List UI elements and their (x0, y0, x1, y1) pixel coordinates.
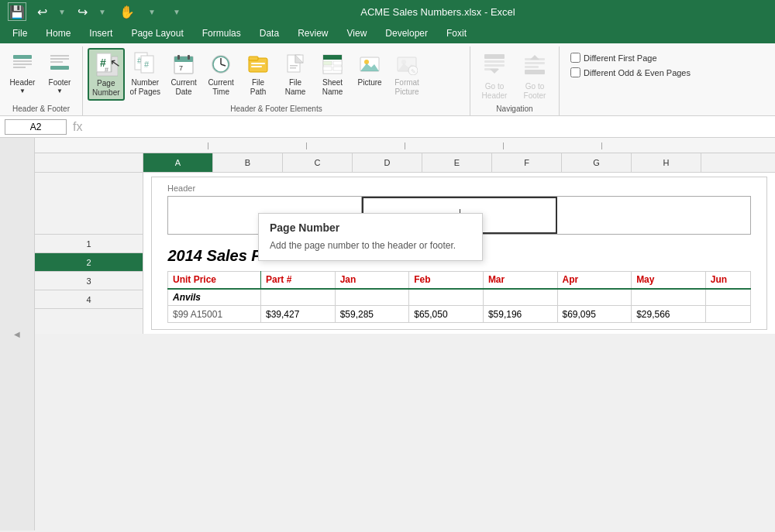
menu-review[interactable]: Review (288, 23, 337, 43)
svg-rect-27 (251, 63, 265, 64)
menu-file[interactable]: File (3, 23, 36, 43)
cell-empty-g[interactable] (632, 289, 706, 306)
current-time-button[interactable]: CurrentTime (203, 48, 239, 99)
cell-extra[interactable] (705, 306, 750, 323)
header-apr[interactable]: Apr (557, 272, 632, 289)
qat-customize-icon[interactable]: ▼ (167, 2, 186, 21)
col-header-f[interactable]: F (492, 153, 562, 172)
cell-apr-val[interactable]: $59,196 (483, 306, 557, 323)
menu-foxit[interactable]: Foxit (437, 23, 476, 43)
title-bar: 💾 ↩ ▼ ↪ ▼ ✋ ▼ ▼ ACME Sales Numbers.xlsx … (0, 0, 775, 23)
cell-anvils[interactable]: Anvils (168, 289, 261, 306)
menu-view[interactable]: View (338, 23, 377, 43)
cell-jun-val[interactable]: $29,566 (632, 306, 706, 323)
redo-dropdown-icon[interactable]: ▼ (93, 2, 112, 21)
file-name-button[interactable]: FileName (277, 48, 313, 99)
sheet-container: | | | | | A B C D E F G H (35, 138, 775, 530)
row-num-2[interactable]: 2 (35, 253, 143, 272)
svg-rect-38 (323, 67, 332, 70)
svg-rect-7 (50, 66, 69, 70)
goto-header-label: Go toHeader (482, 82, 508, 101)
data-header-row: Unit Price Part # Jan Feb Mar Apr May Ju… (168, 272, 751, 289)
menu-home[interactable]: Home (36, 23, 80, 43)
header-feb[interactable]: Feb (409, 272, 484, 289)
header-button[interactable]: Header ▼ (5, 48, 40, 97)
left-sidebar: ◀ (0, 138, 35, 530)
file-path-label: FilePath (250, 78, 267, 97)
ruler-marks: | | | | | (35, 138, 775, 153)
col-header-h[interactable]: H (632, 153, 701, 172)
col-header-c[interactable]: C (283, 153, 353, 172)
col-header-g[interactable]: G (562, 153, 632, 172)
menu-formulas[interactable]: Formulas (193, 23, 250, 43)
ribbon-group-elements: # # PageNumber ↖ # (83, 46, 470, 115)
format-picture-button[interactable]: ✎ FormatPicture (389, 48, 425, 99)
cell-empty-f[interactable] (557, 289, 632, 306)
goto-footer-button[interactable]: Go toFooter (515, 48, 554, 103)
cell-empty-e[interactable] (483, 289, 557, 306)
cell-area: Header 2014 Sales Forecast (143, 173, 775, 334)
header-cell-right[interactable] (557, 197, 750, 234)
col-header-a[interactable]: A (143, 153, 213, 172)
different-first-label: Different First Page (584, 53, 657, 63)
cell-empty-b[interactable] (261, 289, 336, 306)
header-mar[interactable]: Mar (483, 272, 557, 289)
formula-input[interactable] (88, 120, 770, 134)
col-header-e[interactable]: E (422, 153, 492, 172)
different-odd-even-option[interactable]: Different Odd & Even Pages (567, 66, 694, 79)
menu-page-layout[interactable]: Page Layout (122, 23, 192, 43)
cell-empty-d[interactable] (409, 289, 484, 306)
undo-dropdown-icon[interactable]: ▼ (53, 2, 71, 21)
name-box[interactable] (5, 119, 67, 135)
different-odd-checkbox[interactable] (570, 67, 580, 77)
cell-empty-c[interactable] (335, 289, 409, 306)
different-first-page-option[interactable]: Different First Page (567, 51, 694, 64)
sheet-name-icon (320, 52, 345, 77)
sheet-name-button[interactable]: SheetName (315, 48, 350, 99)
row-num-4[interactable]: 4 (35, 290, 143, 309)
number-of-pages-button[interactable]: # # Numberof Pages (126, 48, 164, 99)
file-path-button[interactable]: FilePath (240, 48, 276, 99)
col-header-b[interactable]: B (213, 153, 283, 172)
different-first-checkbox[interactable] (570, 53, 580, 63)
menu-developer[interactable]: Developer (376, 23, 437, 43)
collapse-arrow-icon[interactable]: ◀ (14, 330, 20, 338)
svg-rect-39 (333, 67, 342, 70)
ruler-mark-4: | (502, 142, 504, 149)
ruler: | | | | | (35, 138, 775, 153)
header-may[interactable]: May (632, 272, 706, 289)
header-jun[interactable]: Jun (705, 272, 750, 289)
current-date-button[interactable]: 7 CurrentDate (166, 48, 202, 99)
undo-icon[interactable]: ↩ (33, 2, 51, 21)
svg-rect-5 (50, 58, 69, 60)
menu-insert[interactable]: Insert (80, 23, 122, 43)
page-number-button[interactable]: # # PageNumber ↖ (88, 48, 125, 101)
save-icon[interactable]: 💾 (8, 2, 26, 21)
cell-mar-val[interactable]: $65,050 (409, 306, 484, 323)
redo-icon[interactable]: ↪ (73, 2, 91, 21)
touch-dropdown-icon[interactable]: ▼ (143, 2, 161, 21)
col-header-d[interactable]: D (353, 153, 422, 172)
row-numbers-col: 1 2 3 4 (35, 173, 143, 334)
ribbon-group-header-footer: Header ▼ (0, 46, 83, 115)
cell-empty-h[interactable] (705, 289, 750, 306)
menu-data[interactable]: Data (250, 23, 288, 43)
header-jan[interactable]: Jan (335, 272, 409, 289)
header-part[interactable]: Part # (261, 272, 336, 289)
file-name-label: FileName (285, 78, 306, 97)
row-num-3[interactable]: 3 (35, 272, 143, 290)
cell-jan-val[interactable]: $39,427 (261, 306, 336, 323)
cell-may-val[interactable]: $69,095 (557, 306, 632, 323)
touch-icon[interactable]: ✋ (118, 2, 136, 21)
cell-feb-val[interactable]: $59,285 (335, 306, 409, 323)
svg-rect-33 (290, 67, 296, 69)
header-unit-price[interactable]: Unit Price (168, 272, 261, 289)
row-num-1[interactable]: 1 (35, 235, 143, 253)
goto-header-button[interactable]: Go toHeader (475, 48, 514, 103)
current-time-label: CurrentTime (208, 78, 233, 97)
goto-header-icon (482, 52, 507, 81)
picture-button[interactable]: Picture (352, 48, 388, 90)
svg-text:✎: ✎ (411, 68, 416, 75)
cell-price[interactable]: $99 A15001 (168, 306, 261, 323)
footer-button[interactable]: Footer ▼ (42, 48, 78, 97)
